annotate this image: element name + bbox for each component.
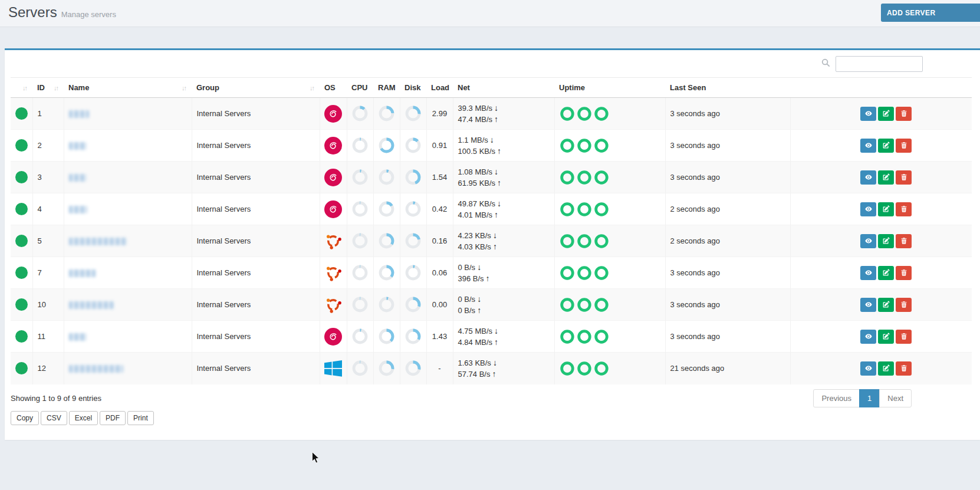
uptime-ring-icon: [560, 234, 575, 249]
cell-load: 1.43: [426, 321, 453, 353]
server-name-link[interactable]: [69, 236, 127, 245]
export-copy-button[interactable]: Copy: [11, 411, 39, 425]
uptime-ring-icon: [594, 170, 609, 185]
delete-server-button[interactable]: [896, 202, 912, 216]
net-upload-value: 47.4 MB/s: [458, 115, 493, 124]
column-header-name[interactable]: Name↓↑: [64, 78, 192, 98]
server-name-link[interactable]: [69, 141, 87, 150]
view-server-button[interactable]: [860, 234, 876, 248]
column-header-status[interactable]: ↓↑: [11, 78, 32, 98]
edit-server-button[interactable]: [878, 139, 894, 153]
cell-last-seen: 3 seconds ago: [665, 289, 790, 321]
net-upload-value: 4.84 MB/s: [458, 338, 493, 347]
cell-cpu: [347, 193, 373, 225]
view-server-button[interactable]: [860, 330, 876, 344]
cell-actions: [790, 98, 972, 130]
cell-disk: [400, 130, 426, 162]
cell-net: 1.08 MB/s↓ 61.95 KB/s↑: [453, 162, 554, 193]
delete-server-button[interactable]: [896, 234, 912, 248]
edit-server-button[interactable]: [878, 234, 894, 248]
column-header-actions: [790, 78, 972, 98]
column-header-net: Net: [453, 78, 554, 98]
delete-server-button[interactable]: [896, 330, 912, 344]
add-server-button[interactable]: ADD SERVER: [881, 4, 980, 22]
export-pdf-button[interactable]: PDF: [100, 411, 126, 425]
pagination-next[interactable]: Next: [879, 389, 912, 407]
view-server-button[interactable]: [860, 361, 876, 376]
cell-id: 3: [32, 162, 64, 193]
column-header-os: OS: [320, 78, 347, 98]
cell-ram: [373, 321, 400, 353]
delete-server-button[interactable]: [896, 266, 912, 280]
delete-server-button[interactable]: [896, 298, 912, 312]
trash-icon: [900, 110, 907, 117]
cell-load: 0.16: [426, 225, 453, 257]
pagination-page-1[interactable]: 1: [859, 389, 880, 407]
edit-server-button[interactable]: [878, 330, 894, 344]
server-name-link[interactable]: [69, 300, 114, 309]
view-server-button[interactable]: [860, 107, 876, 121]
pagination-previous[interactable]: Previous: [813, 389, 860, 407]
upload-arrow-icon: ↑: [486, 274, 490, 283]
search-input[interactable]: [836, 56, 923, 72]
disk-gauge: [404, 168, 422, 186]
sort-icon: ↓↑: [310, 84, 315, 91]
eye-icon: [864, 142, 873, 149]
table-row: 10 Internal Servers 0.00 0 B/s↓ 0 B/s↑ 3…: [11, 289, 972, 321]
column-header-id[interactable]: ID↓↑: [32, 78, 64, 98]
delete-server-button[interactable]: [896, 107, 912, 121]
ram-gauge: [377, 200, 396, 218]
export-print-button[interactable]: Print: [127, 411, 154, 425]
server-name-link[interactable]: [69, 268, 96, 277]
table-row: 4 Internal Servers 0.42 49.87 KB/s↓ 4.01…: [11, 193, 972, 225]
server-name-link[interactable]: [69, 332, 87, 341]
column-label: Last Seen: [670, 83, 706, 92]
cell-last-seen: 2 seconds ago: [665, 225, 790, 257]
delete-server-button[interactable]: [896, 139, 912, 153]
edit-server-button[interactable]: [878, 170, 894, 185]
cell-ram: [373, 130, 400, 162]
column-header-disk: Disk: [400, 78, 426, 98]
cell-name: [64, 321, 192, 353]
delete-server-button[interactable]: [896, 170, 912, 185]
delete-server-button[interactable]: [896, 361, 912, 376]
view-server-button[interactable]: [860, 170, 876, 185]
debian-icon: [324, 136, 343, 155]
export-excel-button[interactable]: Excel: [69, 411, 98, 425]
trash-icon: [900, 301, 907, 308]
ubuntu-icon: [324, 232, 343, 251]
column-label: CPU: [351, 83, 367, 92]
edit-icon: [882, 269, 890, 277]
edit-server-button[interactable]: [878, 266, 894, 280]
ram-gauge: [377, 104, 396, 123]
cell-os: [320, 353, 347, 384]
uptime-ring-icon: [560, 329, 575, 344]
cell-status: [11, 98, 32, 130]
cell-cpu: [347, 289, 373, 321]
view-server-button[interactable]: [860, 202, 876, 216]
download-arrow-icon: ↓: [494, 326, 498, 336]
column-label: Net: [458, 83, 470, 92]
page-title-text: Servers: [8, 4, 57, 20]
edit-server-button[interactable]: [878, 361, 894, 376]
server-name-link[interactable]: [69, 205, 87, 213]
column-header-group[interactable]: Group↓↑: [192, 78, 320, 98]
export-buttons: CopyCSVExcelPDFPrint: [11, 411, 980, 425]
edit-server-button[interactable]: [878, 107, 894, 121]
view-server-button[interactable]: [860, 139, 876, 153]
download-arrow-icon: ↓: [477, 294, 481, 304]
edit-server-button[interactable]: [878, 202, 894, 216]
net-download-value: 1.08 MB/s: [458, 167, 493, 176]
cell-name: [64, 257, 192, 289]
table-row: 1 Internal Servers 2.99 39.3 MB/s↓ 47.4 …: [11, 98, 972, 130]
view-server-button[interactable]: [860, 266, 876, 280]
cpu-gauge: [351, 136, 369, 154]
view-server-button[interactable]: [860, 298, 876, 312]
uptime-ring-icon: [577, 361, 592, 376]
export-csv-button[interactable]: CSV: [41, 411, 67, 425]
server-name-link[interactable]: [69, 173, 87, 182]
server-name-link[interactable]: [69, 364, 123, 373]
net-download-value: 0 B/s: [458, 263, 476, 272]
edit-server-button[interactable]: [878, 298, 894, 312]
server-name-link[interactable]: [69, 109, 89, 118]
